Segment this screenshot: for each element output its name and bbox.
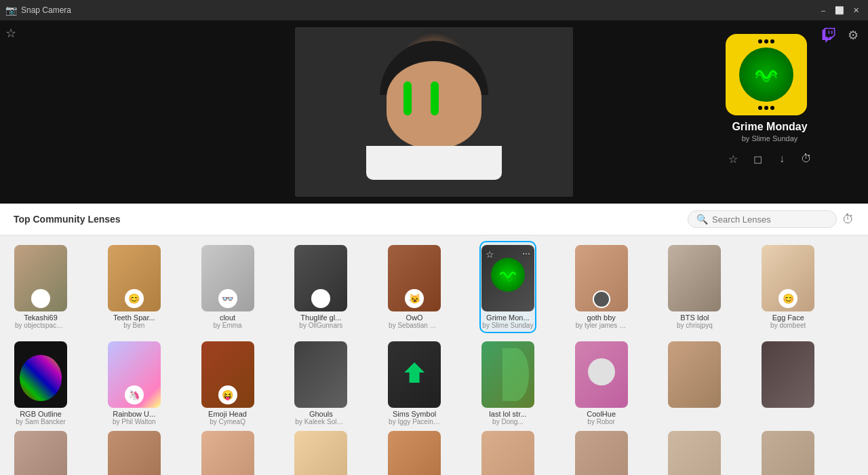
lens-card[interactable]: CoolHueby Robor — [574, 339, 629, 428]
twitch-button[interactable] — [819, 26, 838, 45]
lens-author-label: by Iggy Paceins... — [389, 418, 440, 425]
lens-timer-button[interactable]: ⏱ — [799, 149, 814, 168]
grime-monday-icon — [491, 258, 525, 292]
lens-emoji-badge: 👓 — [218, 289, 237, 308]
lens-emoji-badge: 🦄 — [125, 385, 144, 404]
lens-card[interactable] — [761, 339, 815, 428]
lens-author-label: by Phil Walton — [108, 418, 160, 425]
snapcode-dots-bottom — [758, 106, 774, 110]
lens-card[interactable]: BTS Idolby chrisjpyq — [667, 242, 722, 332]
lens-author-label: by Sebastian H... — [389, 322, 440, 329]
lens-card[interactable]: ☆···Grime Mon...by Slime Sunday — [481, 242, 535, 332]
title-bar-left: 📷 Snap Camera — [5, 5, 71, 16]
lens-share-button[interactable]: ◻ — [750, 149, 765, 168]
lens-author-label: by Kaleek Solut... — [295, 418, 347, 425]
lens-card[interactable]: 👓cloutby Emma — [201, 242, 255, 332]
lens-card[interactable] — [294, 428, 348, 475]
lens-author: by Slime Sunday — [726, 134, 814, 142]
lens-card-star-icon: ☆ — [486, 249, 494, 260]
rgb-effect — [20, 355, 62, 402]
lens-name-label: BTS Idol — [669, 314, 720, 322]
lens-card[interactable] — [574, 428, 629, 475]
lens-card[interactable] — [14, 428, 68, 475]
lens-author-label: by Sam Bancker — [15, 418, 66, 425]
lens-name-label: Egg Face — [762, 314, 814, 322]
lens-emoji-badge: 😊 — [778, 289, 797, 308]
camera-feed — [295, 27, 573, 197]
goth-avatar — [593, 290, 610, 308]
lens-name-label: clout — [202, 314, 254, 322]
minimize-button[interactable]: – — [816, 3, 830, 17]
lens-emoji-badge: 😊 — [125, 289, 144, 308]
lens-name-label: Ghouls — [295, 410, 347, 418]
lens-card[interactable] — [107, 428, 161, 475]
lens-card[interactable]: 🦄Rainbow U...by Phil Walton — [107, 339, 161, 428]
lens-name-label: last lol str... — [482, 410, 534, 418]
lens-card[interactable]: goth bbyby tyler james 🦋 — [574, 242, 629, 332]
lens-card[interactable]: Sims Symbolby Iggy Paceins... — [387, 339, 441, 428]
lens-card[interactable]: 😝Emoji Headby CymeaQ — [201, 339, 255, 428]
lens-grid-row3: filehorse.com — [0, 428, 868, 475]
lenses-header: Top Community Lenses 🔍 ⏱ — [0, 204, 868, 235]
lens-grid-row2: RGB Outlineby Sam Bancker🦄Rainbow U...by… — [0, 339, 868, 428]
lens-name-label: Thuglife gl... — [295, 314, 347, 322]
top-right-controls: ⚙ — [819, 26, 863, 45]
lens-grid: 69Tekashi69by objectspace ...😊Teeth Spar… — [0, 235, 868, 339]
lens-author-label: by OllGunnars — [295, 322, 347, 329]
lens-name-label: Tekashi69 — [15, 314, 66, 322]
lens-name-label: Grime Mon... — [482, 314, 534, 322]
lens-card[interactable] — [387, 428, 441, 475]
lens-card[interactable]: 69Tekashi69by objectspace ... — [14, 242, 68, 332]
lens-emoji-badge: 69 — [31, 289, 50, 308]
lens-download-button[interactable]: ↓ — [774, 149, 789, 168]
lens-card[interactable]: 😊Egg Faceby dombeet — [761, 242, 815, 332]
lens-card-more-icon[interactable]: ··· — [522, 248, 530, 259]
search-input[interactable] — [712, 214, 821, 225]
lens-emoji-badge: 😺 — [405, 289, 424, 308]
close-button[interactable]: ✕ — [849, 3, 863, 17]
history-button[interactable]: ⏱ — [842, 212, 854, 227]
lens-card[interactable] — [667, 339, 722, 428]
lens-name-label: CoolHue — [576, 410, 627, 418]
search-bar[interactable]: 🔍 — [688, 210, 837, 228]
snapcode — [726, 34, 807, 115]
title-bar-title: Snap Camera — [21, 5, 71, 15]
coolhue-circle — [588, 358, 615, 385]
snapcode-dots-top — [758, 39, 774, 43]
lens-card[interactable]: Ghoulsby Kaleek Solut... — [294, 339, 348, 428]
favorite-star-icon[interactable]: ☆ — [5, 26, 16, 41]
lens-favorite-button[interactable]: ☆ — [726, 149, 741, 168]
lens-name-label: RGB Outline — [15, 410, 66, 418]
lens-name-label: OwO — [389, 314, 440, 322]
tropical-leaf — [502, 348, 529, 401]
lens-card[interactable] — [761, 428, 815, 475]
lens-card[interactable]: 😺OwOby Sebastian H... — [387, 242, 441, 332]
snap-camera-icon: 📷 — [5, 5, 17, 16]
lens-card[interactable] — [201, 428, 255, 475]
lens-name-label: Teeth Spar... — [108, 314, 160, 322]
lens-author-label: by Emma — [202, 322, 254, 329]
lens-name-label: goth bby — [576, 314, 627, 322]
lens-author-label: by dombeet — [762, 322, 814, 329]
lens-card[interactable]: 😊Teeth Spar...by Ben — [107, 242, 161, 332]
lens-card[interactable] — [667, 428, 722, 475]
settings-button[interactable]: ⚙ — [844, 26, 863, 45]
camera-area: ☆ ⚙ — [0, 20, 868, 204]
lens-actions: ☆ ◻ ↓ ⏱ — [726, 149, 814, 168]
lens-author-label: by tyler james 🦋 — [576, 322, 627, 329]
bottom-panel: Top Community Lenses 🔍 ⏱ 69Tekashi69by o… — [0, 204, 868, 475]
lens-name-label: Emoji Head — [202, 410, 254, 418]
title-bar-controls: – ⬜ ✕ — [816, 3, 863, 17]
lens-card[interactable]: RGB Outlineby Sam Bancker — [14, 339, 68, 428]
maximize-button[interactable]: ⬜ — [833, 3, 846, 17]
lens-card[interactable]: last lol str...by Dong... — [481, 339, 535, 428]
lens-card[interactable] — [481, 428, 535, 475]
title-bar: 📷 Snap Camera – ⬜ ✕ — [0, 0, 868, 20]
lens-card[interactable]: 🕶Thuglife gl...by OllGunnars — [294, 242, 348, 332]
lens-name: Grime Monday — [726, 121, 814, 133]
lens-author-label: by Robor — [576, 418, 627, 425]
lens-author-label: by objectspace ... — [15, 322, 66, 329]
section-title: Top Community Lenses — [14, 214, 121, 225]
lens-author-label: by Slime Sunday — [482, 322, 534, 329]
lens-name-label: Sims Symbol — [389, 410, 440, 418]
